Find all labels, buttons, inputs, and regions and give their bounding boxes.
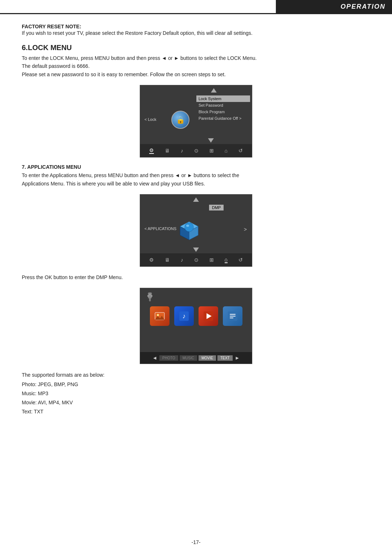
app-cube-icon xyxy=(176,218,202,244)
lock-icon: 🔒 xyxy=(171,111,189,129)
lock-menu-screenshot-container: Lock System Set Password Block Program P… xyxy=(22,85,370,158)
svg-point-5 xyxy=(186,225,189,227)
lock-menu-item-block-program: Block Program xyxy=(196,109,250,115)
svg-rect-22 xyxy=(230,318,233,318)
dmp-photo-icon xyxy=(150,306,170,326)
svg-rect-20 xyxy=(230,314,236,315)
svg-rect-10 xyxy=(151,295,152,297)
formats-photo: Photo: JPEG, BMP, PNG xyxy=(22,380,370,389)
svg-rect-21 xyxy=(230,316,236,316)
app-menu-screenshot-container: DMP < APPLICATIONS > xyxy=(22,194,370,267)
music-icon: ♪ xyxy=(181,148,183,154)
svg-rect-9 xyxy=(147,295,149,297)
app-right-arrow: > xyxy=(244,226,247,232)
formats-music: Music: MP3 xyxy=(22,389,370,398)
applications-menu-intro: To enter the Applications Menu, press ME… xyxy=(22,171,370,188)
clock-icon: ⊙ xyxy=(194,148,199,154)
factory-reset-title: FACTORY RESET NOTE: xyxy=(22,24,81,29)
home-icon2: ⌂ xyxy=(225,257,228,263)
lock-label: < Lock xyxy=(144,117,156,122)
lock-menu-screenshot: Lock System Set Password Block Program P… xyxy=(140,85,252,158)
clock-icon2: ⊙ xyxy=(194,257,199,263)
formats-section: The supported formats are as below: Phot… xyxy=(22,371,370,416)
display-icon: 🖥 xyxy=(165,148,170,154)
refresh-icon: ↺ xyxy=(238,148,243,154)
dmp-nav-text: TEXT xyxy=(217,355,233,361)
header-bar: OPERATION xyxy=(276,0,392,13)
app-menu-screenshot: DMP < APPLICATIONS > xyxy=(140,194,252,267)
dmp-icons-row: ♪ xyxy=(140,306,252,326)
dmp-screenshot-container: ♪ xyxy=(22,288,370,364)
dmp-nav-left-arrow: ◄ xyxy=(152,355,157,361)
app-label: < APPLICATIONS xyxy=(144,226,176,231)
lock-menu-list: Lock System Set Password Block Program P… xyxy=(196,95,250,122)
lock-menu-item-parental: Parental Guidance Off > xyxy=(196,115,250,122)
refresh-icon2: ↺ xyxy=(238,257,243,263)
dmp-nav-photo: PHOTO xyxy=(159,355,178,361)
lock-menu-section: 6.LOCK MENU To enter the LOCK Menu, pres… xyxy=(22,44,370,158)
formats-movie: Movie: AVI, MP4, MKV xyxy=(22,398,370,407)
svg-text:♪: ♪ xyxy=(182,312,185,320)
dmp-section: Press the OK button to enter the DMP Men… xyxy=(22,273,370,364)
lock-menu-title: 6.LOCK MENU xyxy=(22,44,370,52)
dmp-nav-music: MUSIC xyxy=(180,355,197,361)
music-icon2: ♪ xyxy=(181,257,183,263)
lock-menu-item-set-password: Set Password xyxy=(196,102,250,109)
dmp-screenshot: ♪ xyxy=(140,288,252,364)
header-rule xyxy=(0,13,392,14)
page-number: -17- xyxy=(192,539,201,545)
dmp-ok-text: Press the OK button to enter the DMP Men… xyxy=(22,273,370,281)
main-content: FACTORY RESET NOTE: If you wish to reset… xyxy=(0,0,392,438)
grid-icon2: ⊞ xyxy=(209,257,214,263)
lock-menu-item-lock-system: Lock System xyxy=(196,95,250,102)
page-title: OPERATION xyxy=(340,3,385,11)
dmp-nav-right-arrow: ► xyxy=(235,355,240,361)
svg-point-4 xyxy=(185,223,193,232)
gear-icon: ⚙ xyxy=(149,147,154,154)
applications-menu-title: 7. APPLICATIONS MENU xyxy=(22,164,370,170)
dmp-label: DMP xyxy=(209,205,224,210)
home-icon: ⌂ xyxy=(225,148,228,154)
svg-rect-11 xyxy=(149,300,151,301)
gear-icon2: ⚙ xyxy=(149,257,154,263)
lock-menu-intro: To enter the LOCK Menu, press MENU butto… xyxy=(22,54,370,78)
dmp-nav-bar: ◄ PHOTO MUSIC MOVIE TEXT ► xyxy=(140,352,252,364)
dmp-music-icon: ♪ xyxy=(174,306,194,326)
formats-text: Text: TXT xyxy=(22,407,370,416)
dmp-text-icon xyxy=(223,306,242,326)
display-icon2: 🖥 xyxy=(165,257,170,263)
formats-intro: The supported formats are as below: xyxy=(22,371,370,380)
applications-menu-section: 7. APPLICATIONS MENU To enter the Applic… xyxy=(22,164,370,267)
svg-point-13 xyxy=(157,314,159,316)
factory-reset-section: FACTORY RESET NOTE: If you wish to reset… xyxy=(22,23,370,37)
dmp-movie-icon xyxy=(199,306,218,326)
usb-icon xyxy=(144,292,155,304)
grid-icon: ⊞ xyxy=(209,148,214,154)
lock-bottom-bar: ⚙ 🖥 ♪ ⊙ ⊞ ⌂ ↺ xyxy=(140,144,252,157)
app-bottom-bar: ⚙ 🖥 ♪ ⊙ ⊞ ⌂ ↺ xyxy=(140,253,252,266)
factory-reset-body: If you wish to reset your TV, please sel… xyxy=(22,30,253,36)
dmp-nav-movie: MOVIE xyxy=(199,355,216,361)
